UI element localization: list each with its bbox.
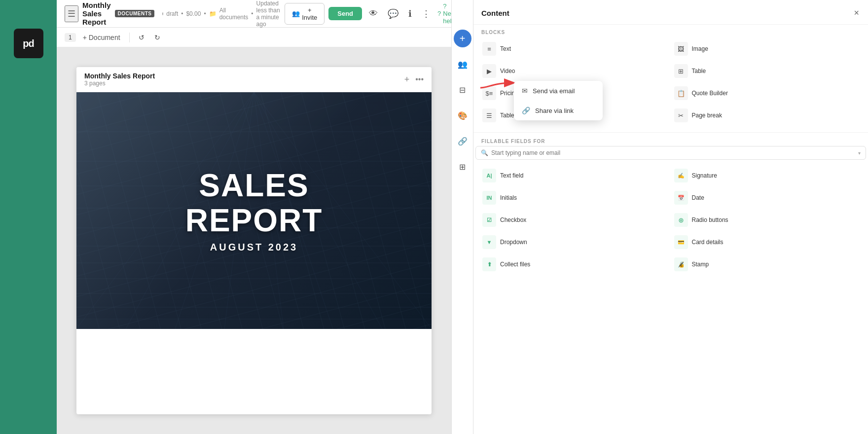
canvas-area: Monthly Sales Report 3 pages + ••• <box>57 47 451 434</box>
cover-subtitle: AUGUST 2023 <box>185 242 323 253</box>
redo-button[interactable]: ↻ <box>151 32 163 43</box>
comments-button[interactable]: 💬 <box>385 6 401 21</box>
email-icon: ✉ <box>522 87 528 95</box>
field-radio-buttons[interactable]: ◎ Radio buttons <box>671 209 863 231</box>
content-panel-title: Content <box>481 9 509 17</box>
toc-icon: ☰ <box>482 108 496 122</box>
share-via-link-label: Share via link <box>535 107 574 114</box>
page-title: Monthly Sales Report <box>84 72 155 80</box>
more-options-button[interactable]: ⋮ <box>419 6 434 21</box>
page-more-button[interactable]: ••• <box>415 75 424 84</box>
image-block-icon: 🖼 <box>674 42 688 56</box>
stamp-icon: 🔏 <box>674 257 688 271</box>
document-title: Monthly Sales Report <box>82 1 111 26</box>
updated-text: Updated less than a minute ago <box>256 0 281 28</box>
add-page-button[interactable]: + <box>404 74 410 85</box>
layouts-sidebar-button[interactable]: ⊟ <box>454 81 471 99</box>
contacts-sidebar-button[interactable]: 👥 <box>454 55 471 73</box>
blocks-section-label: BLOCKS <box>473 25 868 38</box>
invite-icon: 👥 <box>292 10 300 17</box>
field-collect-files[interactable]: ⬆ Collect files <box>479 253 671 275</box>
text-block-label: Text <box>500 45 511 52</box>
document-page: Monthly Sales Report 3 pages + ••• <box>76 67 432 414</box>
stamp-label: Stamp <box>692 261 709 268</box>
search-icon: 🔍 <box>481 149 488 156</box>
document-location: All documents <box>219 7 249 21</box>
field-text-field[interactable]: A| Text field <box>479 165 671 186</box>
checkbox-label: Checkbox <box>500 217 526 223</box>
page-header-bar: Monthly Sales Report 3 pages + ••• <box>76 67 432 92</box>
checkbox-icon: ☑ <box>482 213 496 227</box>
panel-divider-1 <box>473 132 868 133</box>
cover-title-line1: SALES <box>185 168 323 203</box>
fillable-search-input[interactable] <box>491 149 855 156</box>
toolbar-divider <box>129 33 130 42</box>
theme-sidebar-button[interactable]: 🎨 <box>454 107 471 124</box>
block-quote-builder[interactable]: 📋 Quote Builder <box>671 82 863 104</box>
send-button[interactable]: Send <box>328 7 362 20</box>
field-date[interactable]: 📅 Date <box>671 187 863 209</box>
integrations-sidebar-button[interactable]: 🔗 <box>454 132 471 150</box>
radio-buttons-label: Radio buttons <box>692 217 728 223</box>
menu-button[interactable]: ☰ <box>65 5 78 22</box>
grid-sidebar-button[interactable]: ⊞ <box>454 158 471 176</box>
link-icon: 🔗 <box>522 107 530 114</box>
field-signature[interactable]: ✍ Signature <box>671 165 863 186</box>
help-icon: ? <box>437 10 441 17</box>
documents-badge: DOCUMENTS <box>115 10 155 17</box>
app-logo[interactable]: pd <box>14 29 43 58</box>
text-field-icon: A| <box>482 169 496 182</box>
send-via-email-label: Send via email <box>533 87 575 95</box>
document-status: draft <box>166 10 178 17</box>
block-image[interactable]: 🖼 Image <box>671 38 863 60</box>
page-break-label: Page break <box>692 112 722 119</box>
fillable-fields-label: FILLABLE FIELDS FOR <box>473 135 868 146</box>
page-break-icon: ✂ <box>674 108 688 122</box>
block-page-break[interactable]: ✂ Page break <box>671 105 863 126</box>
field-checkbox[interactable]: ☑ Checkbox <box>479 209 671 231</box>
content-panel-header: Content × <box>473 0 868 25</box>
main-area: ☰ Monthly Sales Report DOCUMENTS draft •… <box>57 0 451 434</box>
field-stamp[interactable]: 🔏 Stamp <box>671 253 863 275</box>
content-panel: Content × BLOCKS ≡ Text 🖼 Image ▶ Video … <box>473 0 868 434</box>
folder-icon: 📁 <box>209 10 217 17</box>
radio-buttons-icon: ◎ <box>674 213 688 227</box>
collect-files-label: Collect files <box>500 261 530 268</box>
initials-label: Initials <box>500 194 517 201</box>
send-via-email-item[interactable]: ✉ Send via email <box>514 81 603 101</box>
field-card-details[interactable]: 💳 Card details <box>671 231 863 253</box>
send-dropdown-menu: ✉ Send via email 🔗 Share via link <box>514 81 603 120</box>
status-dot <box>162 12 163 15</box>
add-document-button[interactable]: + Document <box>80 32 123 43</box>
fields-grid: A| Text field ✍ Signature IN Initials 📅 … <box>473 165 868 275</box>
invite-button[interactable]: 👥 + Invite <box>285 3 325 25</box>
fillable-search-box[interactable]: 🔍 ▾ <box>475 146 866 160</box>
panel-close-button[interactable]: × <box>853 7 860 19</box>
share-via-link-item[interactable]: 🔗 Share via link <box>514 101 603 120</box>
page-header-actions: + ••• <box>404 74 424 85</box>
date-label: Date <box>692 194 704 201</box>
signature-label: Signature <box>692 172 717 179</box>
cover-title-line2: REPORT <box>185 203 323 238</box>
cover-content: SALES REPORT AUGUST 2023 <box>185 168 323 253</box>
image-block-label: Image <box>692 45 708 52</box>
info-button[interactable]: ℹ <box>405 6 415 21</box>
block-table[interactable]: ⊞ Table <box>671 60 863 82</box>
block-text[interactable]: ≡ Text <box>479 38 671 60</box>
search-dropdown-arrow: ▾ <box>858 150 861 156</box>
table-block-label: Table <box>692 68 706 74</box>
content-add-button[interactable]: + <box>454 30 471 47</box>
text-field-label: Text field <box>500 172 523 179</box>
quote-builder-icon: 📋 <box>674 86 688 100</box>
document-price: $0.00 <box>186 10 201 17</box>
page-cover: SALES REPORT AUGUST 2023 <box>76 92 432 329</box>
undo-button[interactable]: ↺ <box>136 32 147 43</box>
preview-button[interactable]: 👁 <box>366 6 381 21</box>
text-block-icon: ≡ <box>482 42 496 56</box>
field-initials[interactable]: IN Initials <box>479 187 671 209</box>
signature-icon: ✍ <box>674 169 688 182</box>
field-dropdown[interactable]: ▼ Dropdown <box>479 231 671 253</box>
quote-builder-label: Quote Builder <box>692 90 728 97</box>
dropdown-label: Dropdown <box>500 239 527 246</box>
meta-separator3: • <box>251 10 253 17</box>
